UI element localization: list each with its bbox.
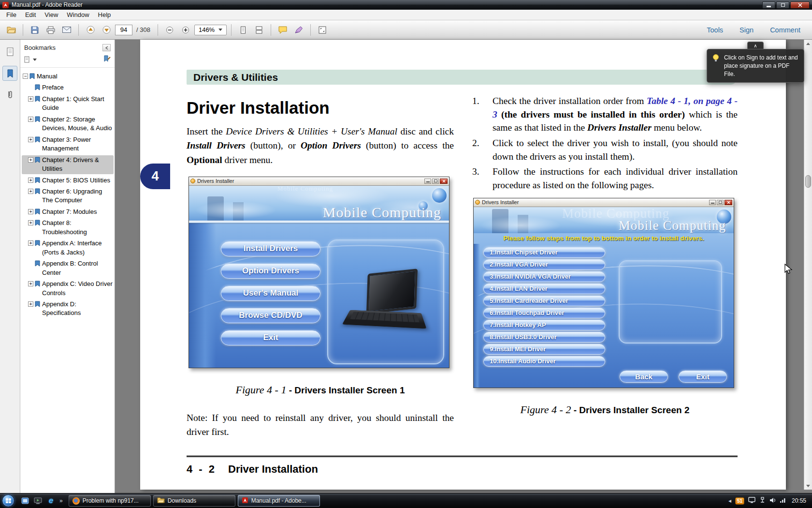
bookmark-item-chapter1[interactable]: + Chapter 1: Quick Start Guide	[22, 94, 114, 113]
scroll-down-arrow[interactable]	[804, 482, 812, 490]
bookmark-icon	[35, 84, 40, 92]
show-desktop-icon[interactable]	[20, 496, 29, 506]
email-button[interactable]	[59, 23, 74, 37]
install-usb3-driver-button: 8.Install USB3.0 Driver	[483, 332, 605, 343]
navigation-pane-strip	[0, 40, 20, 493]
expander-icon[interactable]: +	[28, 137, 33, 142]
bookmark-item-appendix-d[interactable]: + Appendix D: Specifications	[22, 299, 114, 318]
save-button[interactable]	[28, 23, 42, 37]
menu-file[interactable]: File	[2, 10, 21, 19]
close-button[interactable]	[790, 1, 810, 9]
network-tray-icon[interactable]	[780, 496, 786, 505]
menu-edit[interactable]: Edit	[21, 10, 40, 19]
scroll-up-arrow[interactable]	[804, 40, 812, 47]
tools-button[interactable]: Tools	[707, 26, 723, 34]
bookmark-item-chapter2[interactable]: + Chapter 2: Storage Devices, Mouse, & A…	[22, 115, 114, 134]
start-button[interactable]	[2, 494, 14, 507]
open-file-button[interactable]	[4, 23, 18, 37]
next-page-button[interactable]	[99, 23, 114, 37]
bookmarks-options-menu-button[interactable]	[24, 56, 37, 63]
expander-icon[interactable]: +	[28, 240, 33, 246]
scrollbar-thumb[interactable]	[805, 175, 811, 188]
comment-button[interactable]: Comment	[770, 26, 800, 34]
collapse-panel-button[interactable]	[102, 44, 111, 51]
bookmark-item-manual[interactable]: − Manual	[22, 72, 114, 81]
bookmark-item-appendix-b[interactable]: Appendix B: Control Center	[22, 259, 114, 278]
minimize-button[interactable]	[762, 1, 775, 9]
media-player-icon[interactable]	[33, 496, 43, 506]
expander-icon[interactable]: +	[28, 220, 33, 225]
bookmark-item-appendix-a[interactable]: + Appendix A: Interface (Ports & Jacks)	[22, 239, 114, 257]
installer-maximize-icon	[432, 179, 439, 184]
toolbar-separator	[271, 24, 271, 36]
expander-icon	[28, 261, 33, 266]
bookmark-item-chapter7[interactable]: + Chapter 7: Modules	[22, 207, 114, 217]
zoom-out-button[interactable]	[162, 23, 177, 37]
expander-icon[interactable]: +	[28, 117, 33, 122]
attachments-paperclip-icon[interactable]	[2, 87, 17, 102]
usb-tray-icon[interactable]	[759, 496, 766, 505]
tray-expand-chevron-icon[interactable]: ◂	[728, 498, 731, 504]
vertical-scrollbar[interactable]	[804, 40, 812, 490]
toolbar-separator	[310, 24, 311, 36]
expander-icon[interactable]: −	[23, 74, 28, 79]
bookmarks-panel-icon[interactable]	[2, 66, 17, 81]
internet-explorer-icon[interactable]: e	[46, 496, 56, 506]
volume-tray-icon[interactable]	[769, 496, 776, 505]
install-nvidia-vga-driver-button: 3.Install NVIDIA VGA Driver	[483, 271, 605, 282]
overflow-chevron-icon[interactable]: »	[59, 498, 63, 504]
taskbar-clock[interactable]: 20:55	[792, 497, 806, 504]
desktop: Manual.pdf - Adobe Reader File Edit View…	[0, 0, 812, 508]
previous-page-button[interactable]	[83, 23, 98, 37]
installer-app-icon	[475, 200, 480, 205]
page-thumbnails-icon[interactable]	[2, 45, 17, 60]
toolbar-right-group: Tools Sign Comment	[707, 26, 800, 34]
sticky-note-button[interactable]	[276, 23, 290, 37]
tray-badge[interactable]: 51	[735, 497, 744, 505]
zoom-in-button[interactable]	[178, 23, 193, 37]
zoom-level-dropdown[interactable]: 146%	[194, 25, 227, 35]
expander-icon[interactable]: +	[28, 96, 33, 102]
sign-button[interactable]: Sign	[740, 26, 754, 34]
figure-2-screenshot: Drivers Installer	[473, 198, 734, 388]
taskbar-button-downloads[interactable]: Downloads	[153, 495, 235, 507]
figure-2-caption: Figure 4 - 2 - Drivers Installer Screen …	[472, 403, 738, 416]
expander-icon[interactable]: +	[28, 209, 33, 214]
menu-help[interactable]: Help	[94, 10, 116, 19]
fullscreen-button[interactable]	[315, 23, 330, 37]
menu-window[interactable]: Window	[62, 10, 93, 19]
installer-window-title: Drivers Installer	[197, 178, 424, 184]
display-tray-icon[interactable]	[748, 496, 755, 505]
left-accent-strip	[189, 223, 216, 368]
new-bookmark-button[interactable]	[103, 55, 111, 64]
browse-cd-dvd-button: Browse CD/DVD	[221, 308, 320, 323]
expander-icon[interactable]: +	[28, 189, 33, 194]
bookmark-item-chapter8[interactable]: + Chapter 8: Troubleshooting	[22, 218, 114, 237]
document-pane[interactable]: 4 Drivers & Utilities Driver Installatio…	[115, 40, 812, 493]
bookmark-item-appendix-c[interactable]: + Appendix C: Video Driver Controls	[22, 279, 114, 298]
print-button[interactable]	[44, 23, 58, 37]
continuous-scroll-view-button[interactable]	[252, 23, 266, 37]
highlight-text-button[interactable]	[291, 23, 306, 37]
restore-button[interactable]	[776, 1, 789, 9]
step-1: 1. Check the driver installation order f…	[472, 94, 738, 134]
expander-icon[interactable]: +	[28, 281, 33, 286]
expander-icon[interactable]: +	[28, 178, 33, 183]
running-header-text: Drivers & Utilities	[193, 72, 278, 83]
bookmark-icon	[35, 177, 40, 185]
bookmark-item-chapter3[interactable]: + Chapter 3: Power Management	[22, 135, 114, 154]
bookmark-item-chapter6[interactable]: + Chapter 6: Upgrading The Computer	[22, 187, 114, 206]
taskbar-button-browser[interactable]: Problem with np917...	[69, 495, 151, 507]
bookmark-item-chapter5[interactable]: + Chapter 5: BIOS Utilities	[22, 176, 114, 185]
sign-callout-tooltip: ∧ Click on Sign to add text and place si…	[707, 42, 804, 83]
expander-icon[interactable]: +	[28, 157, 33, 163]
taskbar-button-adobe-reader[interactable]: Manual.pdf - Adobe...	[238, 495, 320, 507]
install-vga-driver-button: 2.Install VGA Driver	[483, 259, 605, 270]
expander-icon[interactable]: +	[28, 301, 33, 307]
page-number-input[interactable]	[115, 25, 132, 35]
menu-view[interactable]: View	[40, 10, 62, 19]
single-page-view-button[interactable]	[236, 23, 250, 37]
bookmark-item-chapter4-selected[interactable]: + Chapter 4: Drivers & Utilities	[22, 155, 114, 174]
exit-button: Exit	[679, 371, 727, 383]
bookmark-item-preface[interactable]: Preface	[22, 83, 114, 92]
